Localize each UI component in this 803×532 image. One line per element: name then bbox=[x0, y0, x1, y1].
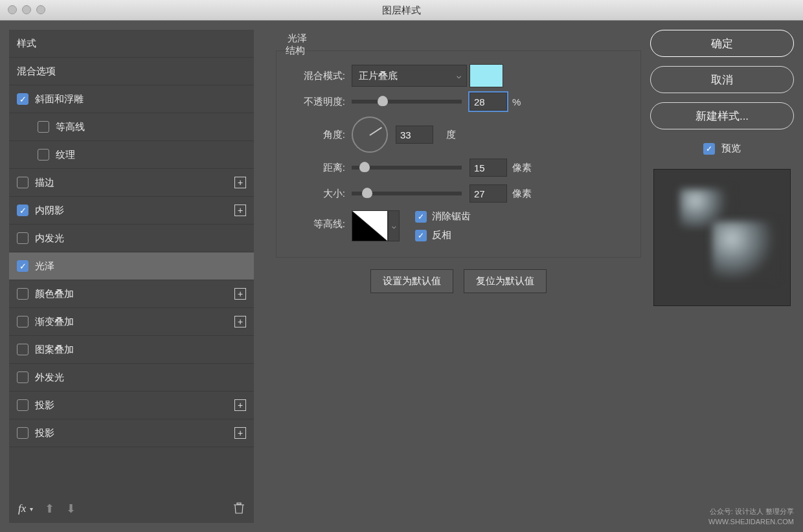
sidebar-item-12[interactable]: 投影+ bbox=[9, 392, 254, 419]
add-effect-icon[interactable]: + bbox=[234, 205, 246, 216]
window-controls bbox=[8, 5, 45, 14]
panel-title: 光泽 bbox=[285, 32, 310, 45]
size-slider[interactable] bbox=[352, 192, 462, 195]
opacity-label: 不透明度: bbox=[288, 96, 345, 108]
styles-sidebar: 样式 混合选项斜面和浮雕等高线纹理描边+内阴影+内发光光泽颜色叠加+渐变叠加+图… bbox=[9, 30, 254, 523]
sidebar-item-label: 内发光 bbox=[35, 232, 246, 245]
sidebar-item-13[interactable]: 投影+ bbox=[9, 419, 254, 447]
add-effect-icon[interactable]: + bbox=[234, 399, 246, 411]
sidebar-item-1[interactable]: 斜面和浮雕 bbox=[9, 85, 254, 113]
invert-label: 反相 bbox=[432, 229, 451, 241]
chevron-down-icon: ⌵ bbox=[457, 71, 461, 80]
invert-checkbox[interactable]: ✓ 反相 bbox=[415, 229, 471, 241]
sidebar-header-label: 样式 bbox=[17, 38, 246, 50]
distance-input[interactable] bbox=[469, 159, 507, 177]
preview-checkbox[interactable]: ✓ 预览 bbox=[650, 142, 794, 155]
style-checkbox[interactable] bbox=[38, 149, 49, 161]
angle-unit: 度 bbox=[446, 129, 456, 141]
sidebar-item-label: 渐变叠加 bbox=[35, 316, 234, 328]
distance-slider[interactable] bbox=[352, 166, 462, 170]
sidebar-item-label: 混合选项 bbox=[17, 65, 246, 78]
section-title: 结构 bbox=[286, 45, 305, 57]
trash-icon[interactable] bbox=[233, 502, 245, 516]
sidebar-item-0[interactable]: 混合选项 bbox=[9, 58, 254, 85]
style-checkbox[interactable] bbox=[17, 344, 28, 355]
sidebar-header[interactable]: 样式 bbox=[9, 30, 254, 58]
move-up-icon[interactable]: ⬆ bbox=[45, 502, 54, 516]
add-effect-icon[interactable]: + bbox=[234, 427, 246, 439]
style-checkbox[interactable] bbox=[17, 399, 28, 411]
style-checkbox[interactable] bbox=[17, 427, 28, 439]
opacity-input[interactable] bbox=[469, 93, 507, 111]
reset-default-button[interactable]: 复位为默认值 bbox=[464, 269, 547, 293]
styles-list: 样式 混合选项斜面和浮雕等高线纹理描边+内阴影+内发光光泽颜色叠加+渐变叠加+图… bbox=[9, 30, 254, 494]
size-unit: 像素 bbox=[512, 188, 532, 200]
sidebar-item-label: 描边 bbox=[35, 177, 234, 189]
size-label: 大小: bbox=[288, 188, 345, 200]
color-swatch[interactable] bbox=[469, 64, 503, 87]
angle-dial[interactable] bbox=[352, 116, 388, 153]
style-checkbox[interactable] bbox=[17, 232, 28, 244]
opacity-unit: % bbox=[512, 96, 521, 107]
angle-input[interactable] bbox=[396, 126, 433, 144]
distance-unit: 像素 bbox=[512, 162, 532, 174]
settings-panel: 光泽 结构 混合模式: 正片叠底 ⌵ 不透明度: % bbox=[263, 30, 641, 523]
style-checkbox[interactable] bbox=[17, 205, 28, 216]
watermark: 公众号: 设计达人 整理分享 WWW.SHEJIDAREN.COM bbox=[708, 507, 794, 527]
sidebar-item-10[interactable]: 图案叠加 bbox=[9, 336, 254, 364]
style-checkbox[interactable] bbox=[17, 371, 28, 383]
cancel-button[interactable]: 取消 bbox=[650, 66, 794, 93]
sidebar-item-label: 投影 bbox=[35, 399, 234, 412]
new-style-button[interactable]: 新建样式... bbox=[650, 102, 794, 129]
sidebar-item-label: 光泽 bbox=[35, 260, 246, 272]
close-icon[interactable] bbox=[8, 5, 17, 14]
right-column: 确定 取消 新建样式... ✓ 预览 bbox=[650, 30, 794, 523]
preview-thumbnail bbox=[653, 169, 791, 306]
window-title: 图层样式 bbox=[0, 0, 803, 21]
add-effect-icon[interactable]: + bbox=[234, 316, 246, 327]
antialias-checkbox[interactable]: ✓ 消除锯齿 bbox=[415, 210, 471, 223]
titlebar: 图层样式 bbox=[0, 0, 803, 21]
antialias-label: 消除锯齿 bbox=[432, 210, 471, 223]
sidebar-item-9[interactable]: 渐变叠加+ bbox=[9, 308, 254, 336]
sidebar-item-5[interactable]: 内阴影+ bbox=[9, 197, 254, 225]
blend-mode-label: 混合模式: bbox=[288, 70, 345, 82]
style-checkbox[interactable] bbox=[38, 121, 49, 133]
sidebar-item-label: 斜面和浮雕 bbox=[35, 93, 246, 105]
contour-dropdown[interactable]: ⌵ bbox=[388, 210, 400, 241]
style-checkbox[interactable] bbox=[17, 288, 28, 300]
ok-button[interactable]: 确定 bbox=[650, 30, 794, 57]
sidebar-item-label: 外发光 bbox=[35, 371, 246, 384]
preview-label: 预览 bbox=[721, 142, 741, 155]
move-down-icon[interactable]: ⬇ bbox=[66, 502, 76, 516]
sidebar-item-8[interactable]: 颜色叠加+ bbox=[9, 280, 254, 308]
blend-mode-value: 正片叠底 bbox=[359, 70, 398, 82]
sidebar-item-2[interactable]: 等高线 bbox=[9, 113, 254, 141]
sidebar-item-6[interactable]: 内发光 bbox=[9, 225, 254, 252]
fx-icon[interactable]: fx bbox=[18, 502, 26, 515]
size-input[interactable] bbox=[469, 184, 507, 203]
style-checkbox[interactable] bbox=[17, 177, 28, 188]
blend-mode-select[interactable]: 正片叠底 ⌵ bbox=[352, 65, 467, 87]
sidebar-item-3[interactable]: 纹理 bbox=[9, 141, 254, 169]
style-checkbox[interactable] bbox=[17, 260, 28, 272]
add-effect-icon[interactable]: + bbox=[234, 288, 246, 300]
minimize-icon[interactable] bbox=[22, 5, 31, 14]
style-checkbox[interactable] bbox=[17, 316, 28, 327]
contour-label: 等高线: bbox=[288, 218, 345, 230]
add-effect-icon[interactable]: + bbox=[234, 177, 246, 188]
contour-picker[interactable] bbox=[352, 210, 388, 241]
style-checkbox[interactable] bbox=[17, 93, 28, 105]
opacity-slider[interactable] bbox=[352, 100, 462, 104]
set-default-button[interactable]: 设置为默认值 bbox=[370, 269, 453, 293]
distance-label: 距离: bbox=[288, 162, 345, 174]
maximize-icon[interactable] bbox=[36, 5, 45, 14]
sidebar-item-label: 投影 bbox=[35, 427, 234, 439]
angle-label: 角度: bbox=[288, 129, 345, 141]
sidebar-item-11[interactable]: 外发光 bbox=[9, 364, 254, 392]
sidebar-item-7[interactable]: 光泽 bbox=[9, 252, 254, 280]
fx-chevron-icon[interactable]: ▾ bbox=[30, 505, 33, 513]
sidebar-item-4[interactable]: 描边+ bbox=[9, 169, 254, 197]
sidebar-item-label: 纹理 bbox=[56, 149, 246, 161]
sidebar-item-label: 图案叠加 bbox=[35, 344, 246, 356]
